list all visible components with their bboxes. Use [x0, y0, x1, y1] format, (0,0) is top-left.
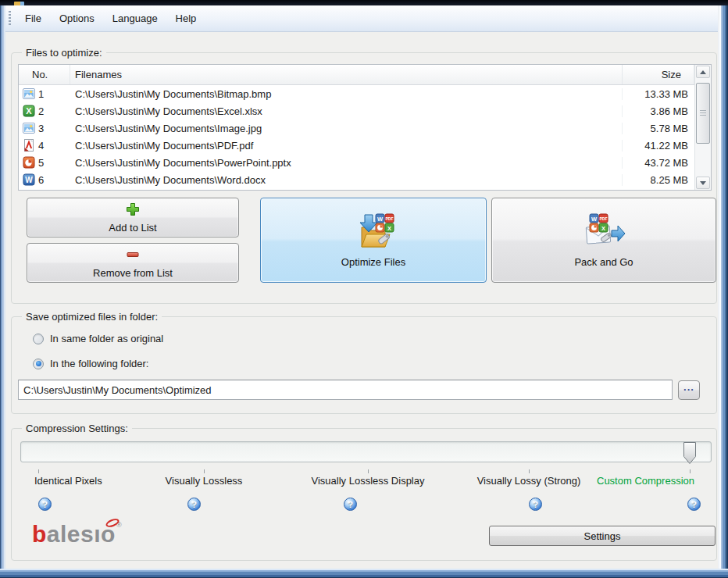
pack-and-go-button[interactable]: W PDF X Pack and Go: [491, 198, 716, 283]
image-file-icon: [19, 87, 35, 100]
radio-option-following-folder[interactable]: In the following folder:: [33, 358, 148, 369]
row-size: 5.78 MB: [622, 123, 694, 134]
svg-text:X: X: [26, 106, 32, 116]
powerpoint-file-icon: [19, 156, 35, 169]
word-file-icon: W: [19, 173, 35, 186]
row-number: 2: [35, 105, 70, 117]
settings-button[interactable]: Settings: [489, 526, 716, 546]
balesio-logo: balesıo®: [32, 521, 122, 548]
row-size: 8.25 MB: [622, 174, 694, 186]
same-folder-label: In same folder as original: [50, 333, 163, 344]
row-size: 3.86 MB: [622, 105, 694, 117]
row-size: 13.33 MB: [622, 88, 694, 100]
level-identical-pixels: Identical Pixels: [34, 475, 102, 487]
files-group-label: Files to optimize:: [22, 47, 106, 59]
pdf-file-icon: [19, 139, 35, 152]
svg-text:X: X: [601, 224, 605, 231]
compression-slider-track[interactable]: [20, 441, 712, 462]
column-header-no[interactable]: No.: [19, 65, 70, 84]
svg-text:W: W: [25, 176, 33, 184]
destination-folder-input[interactable]: [18, 380, 673, 400]
row-filename: C:\Users\Justin\My Documents\Bitmap.bmp: [70, 88, 622, 100]
arrow-up-icon: [700, 70, 706, 74]
table-row[interactable]: W 6 C:\Users\Justin\My Documents\Word.do…: [19, 171, 694, 188]
menu-help[interactable]: Help: [169, 9, 204, 27]
row-number: 5: [35, 157, 70, 169]
svg-text:PDF: PDF: [386, 216, 394, 221]
table-row[interactable]: 1 C:\Users\Justin\My Documents\Bitmap.bm…: [19, 85, 694, 102]
row-number: 6: [35, 174, 70, 186]
slider-tick: [204, 469, 205, 473]
add-to-list-button[interactable]: Add to List: [27, 198, 239, 237]
client-area: File Options Language Help Files to opti…: [5, 5, 718, 569]
radio-button-unselected[interactable]: [33, 334, 44, 344]
pack-and-go-icon: W PDF X: [582, 213, 626, 252]
radio-button-selected[interactable]: [33, 359, 44, 369]
table-row[interactable]: 3 C:\Users\Justin\My Documents\Image.jpg…: [19, 120, 694, 137]
level-custom-compression: Custom Compression: [597, 475, 694, 487]
row-filename: C:\Users\Justin\My Documents\PowerPoint.…: [70, 157, 622, 169]
scroll-down-button[interactable]: [696, 177, 710, 189]
scrollbar-thumb[interactable]: [696, 83, 710, 144]
slider-tick: [368, 469, 369, 473]
window-frame-bottom: [0, 569, 728, 578]
vertical-scrollbar[interactable]: [694, 65, 711, 190]
optimize-files-button[interactable]: W PDF X Optimize Files: [260, 198, 487, 283]
row-size: 41.22 MB: [622, 140, 694, 152]
row-filename: C:\Users\Justin\My Documents\Image.jpg: [70, 123, 622, 134]
scroll-up-button[interactable]: [696, 66, 710, 78]
level-visually-lossless-display: Visually Lossless Display: [312, 475, 425, 487]
help-icon[interactable]: ?: [687, 498, 701, 511]
svg-text:X: X: [387, 224, 391, 231]
column-header-filenames[interactable]: Filenames: [70, 65, 622, 84]
row-number: 3: [35, 123, 70, 134]
table-row[interactable]: 4 C:\Users\Justin\My Documents\PDF.pdf 4…: [19, 137, 694, 154]
row-number: 4: [35, 140, 70, 152]
browse-folder-button[interactable]: ...: [678, 380, 700, 400]
plus-icon: [126, 202, 140, 219]
slider-tick: [529, 469, 530, 473]
compression-group-label: Compression Settings:: [22, 423, 132, 434]
help-icon[interactable]: ?: [187, 498, 201, 511]
remove-from-list-button[interactable]: Remove from List: [27, 243, 239, 283]
following-folder-label: In the following folder:: [50, 358, 148, 369]
svg-text:PDF: PDF: [600, 216, 608, 221]
menu-file[interactable]: File: [18, 9, 48, 27]
window-frame-left: [0, 5, 5, 569]
compression-slider-thumb[interactable]: [683, 441, 697, 465]
files-to-optimize-group: Files to optimize: No. Filenames Size 1 …: [11, 52, 717, 304]
optimize-files-icon: W PDF X: [352, 213, 394, 252]
help-icon[interactable]: ?: [38, 498, 52, 511]
row-number: 1: [35, 88, 70, 100]
arrow-down-icon: [700, 181, 706, 185]
menu-bar: File Options Language Help: [5, 5, 718, 32]
toolbar-grip-handle[interactable]: [9, 11, 11, 26]
row-filename: C:\Users\Justin\My Documents\Word.docx: [70, 174, 622, 186]
window-titlebar-sliver: [0, 0, 728, 5]
add-to-list-label: Add to List: [109, 222, 156, 234]
level-visually-lossy-strong: Visually Lossy (Strong): [477, 475, 581, 487]
save-group-label: Save optimized files in folder:: [22, 311, 162, 323]
excel-file-icon: X: [19, 105, 35, 117]
remove-from-list-label: Remove from List: [93, 267, 173, 279]
row-filename: C:\Users\Justin\My Documents\Excel.xlsx: [70, 105, 622, 117]
help-icon[interactable]: ?: [344, 498, 357, 511]
menu-options[interactable]: Options: [52, 9, 102, 27]
files-table-body: 1 C:\Users\Justin\My Documents\Bitmap.bm…: [19, 85, 694, 190]
balesio-logo-b: b: [32, 521, 47, 547]
radio-option-same-folder[interactable]: In same folder as original: [33, 333, 163, 344]
application-window: File Options Language Help Files to opti…: [0, 0, 728, 578]
table-row[interactable]: 5 C:\Users\Justin\My Documents\PowerPoin…: [19, 154, 694, 171]
save-folder-group: Save optimized files in folder: In same …: [11, 316, 717, 414]
slider-tick: [690, 469, 691, 473]
optimize-files-label: Optimize Files: [341, 256, 405, 268]
row-filename: C:\Users\Justin\My Documents\PDF.pdf: [70, 140, 622, 152]
pack-and-go-label: Pack and Go: [574, 256, 633, 268]
column-header-size[interactable]: Size: [622, 65, 694, 84]
table-row[interactable]: X 2 C:\Users\Justin\My Documents\Excel.x…: [19, 102, 694, 120]
image-file-icon: [19, 122, 35, 134]
svg-text:W: W: [591, 215, 598, 222]
menu-language[interactable]: Language: [105, 9, 165, 27]
help-icon[interactable]: ?: [529, 498, 542, 511]
minus-icon: [126, 248, 140, 264]
